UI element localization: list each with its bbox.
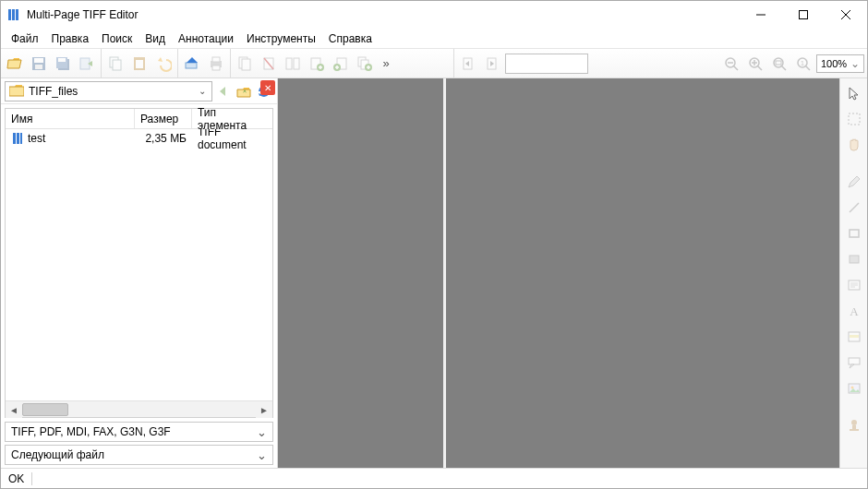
menu-bar: Файл Правка Поиск Вид Аннотации Инструме… — [1, 29, 867, 49]
file-row[interactable]: test 2,35 МБ TIFF document — [6, 129, 272, 148]
nav-back-icon[interactable] — [214, 82, 233, 101]
svg-rect-73 — [850, 429, 859, 431]
open-icon[interactable] — [4, 53, 26, 75]
zoom-in-icon[interactable] — [744, 53, 766, 75]
panel-close-icon[interactable]: ✕ — [260, 80, 275, 95]
file-filter-dropdown[interactable]: TIFF, PDF, MDI, FAX, G3N, G3F ⌄ — [5, 422, 273, 442]
menu-edit[interactable]: Правка — [45, 30, 96, 47]
callout-tool-icon[interactable] — [843, 352, 865, 374]
page-add-multi-icon[interactable] — [354, 53, 376, 75]
print-icon[interactable] — [205, 53, 227, 75]
svg-line-52 — [781, 66, 786, 70]
chevron-down-icon: ⌄ — [197, 86, 208, 96]
page-delete-icon[interactable] — [258, 53, 280, 75]
rect-tool-icon[interactable] — [843, 222, 865, 244]
svg-rect-18 — [186, 63, 197, 68]
path-dropdown[interactable]: TIFF_files ⌄ — [5, 81, 212, 101]
window-title: Multi-Page TIFF Editor — [27, 8, 740, 21]
svg-rect-57 — [17, 133, 19, 144]
svg-rect-51 — [776, 61, 781, 65]
paste-icon[interactable] — [128, 53, 151, 75]
app-icon — [6, 7, 21, 22]
nav-up-icon[interactable] — [235, 82, 253, 101]
zoom-fit-icon[interactable] — [768, 53, 790, 75]
page-next-icon[interactable] — [481, 53, 503, 75]
file-name: test — [28, 132, 45, 145]
next-file-text: Следующий файл — [11, 448, 104, 461]
save-all-icon[interactable] — [52, 53, 74, 75]
svg-rect-27 — [294, 58, 299, 69]
page-add-after-icon[interactable] — [330, 53, 352, 75]
thumbnail-pane — [278, 78, 446, 468]
maximize-button[interactable] — [782, 1, 825, 29]
page-prev-icon[interactable] — [457, 53, 479, 75]
menu-annotations[interactable]: Аннотации — [172, 30, 240, 47]
status-bar: OK — [1, 468, 867, 488]
highlight-tool-icon[interactable] — [843, 326, 865, 348]
col-size[interactable]: Размер — [135, 109, 192, 128]
svg-rect-1 — [12, 9, 15, 20]
page-add-icon[interactable] — [306, 53, 328, 75]
menu-search[interactable]: Поиск — [95, 30, 139, 47]
export-icon[interactable] — [76, 53, 98, 75]
svg-rect-26 — [286, 58, 292, 69]
svg-line-47 — [757, 66, 762, 70]
svg-text:1: 1 — [801, 60, 804, 66]
close-button[interactable] — [825, 1, 867, 29]
page-insert-icon[interactable] — [234, 53, 256, 75]
path-text: TIFF_files — [29, 85, 192, 98]
file-filter-text: TIFF, PDF, MDI, FAX, G3N, G3F — [11, 425, 171, 438]
copy-icon[interactable] — [104, 53, 127, 75]
pencil-tool-icon[interactable] — [843, 171, 865, 193]
svg-rect-2 — [16, 9, 18, 20]
hand-tool-icon[interactable] — [843, 134, 865, 156]
scroll-right-icon[interactable]: ► — [256, 401, 272, 418]
menu-view[interactable]: Вид — [139, 30, 172, 47]
horizontal-scrollbar[interactable]: ◄ ► — [6, 400, 272, 417]
svg-rect-0 — [8, 9, 11, 20]
svg-rect-23 — [242, 59, 250, 70]
save-icon[interactable] — [28, 53, 50, 75]
zoom-select[interactable]: 100% ⌄ — [816, 54, 864, 73]
svg-text:A: A — [850, 304, 859, 318]
svg-rect-61 — [850, 230, 859, 237]
col-type[interactable]: Тип элемента — [192, 109, 272, 128]
minimize-button[interactable] — [740, 1, 782, 29]
folder-icon — [9, 85, 24, 97]
svg-rect-15 — [113, 60, 121, 70]
file-size: 2,35 МБ — [135, 132, 192, 145]
fillrect-tool-icon[interactable] — [843, 248, 865, 270]
note-tool-icon[interactable] — [843, 274, 865, 296]
main-toolbar: » — [1, 49, 453, 78]
svg-rect-62 — [850, 256, 859, 263]
scroll-left-icon[interactable]: ◄ — [6, 401, 22, 418]
page-split-icon[interactable] — [282, 53, 304, 75]
menu-file[interactable]: Файл — [5, 30, 45, 47]
col-name[interactable]: Имя — [6, 109, 135, 128]
scan-icon[interactable] — [181, 53, 203, 75]
svg-rect-56 — [13, 133, 16, 144]
text-tool-icon[interactable]: A — [843, 300, 865, 322]
svg-rect-59 — [849, 113, 860, 125]
zoom-actual-icon[interactable]: 1 — [792, 53, 814, 75]
scroll-thumb[interactable] — [22, 403, 68, 416]
chevron-down-icon: ⌄ — [850, 58, 860, 69]
undo-icon[interactable] — [152, 53, 175, 75]
svg-rect-70 — [849, 358, 860, 364]
canvas-pane — [446, 78, 839, 468]
menu-help[interactable]: Справка — [322, 30, 379, 47]
zoom-value: 100% — [821, 58, 847, 69]
svg-rect-58 — [20, 133, 22, 144]
page-number-input[interactable] — [505, 54, 588, 74]
pointer-tool-icon[interactable] — [843, 82, 865, 104]
zoom-out-icon[interactable] — [720, 53, 742, 75]
marquee-tool-icon[interactable] — [843, 108, 865, 130]
svg-rect-20 — [212, 57, 220, 62]
menu-tools[interactable]: Инструменты — [240, 30, 322, 47]
next-file-dropdown[interactable]: Следующий файл ⌄ — [5, 445, 273, 465]
toolbar-overflow-icon[interactable]: » — [379, 53, 393, 75]
stamp-tool-icon[interactable] — [843, 414, 865, 436]
chevron-expand-icon: ⌄ — [257, 426, 267, 438]
image-tool-icon[interactable] — [843, 377, 865, 400]
line-tool-icon[interactable] — [843, 197, 865, 219]
